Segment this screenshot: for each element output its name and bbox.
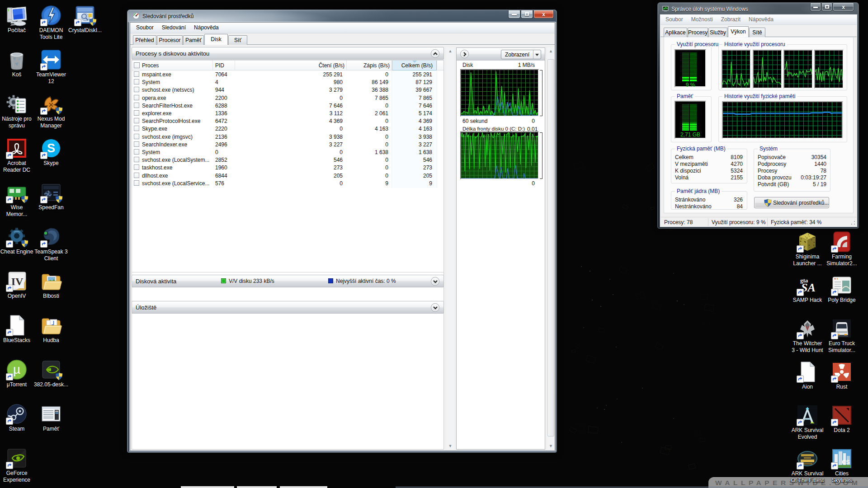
svg-text:µ: µ <box>13 362 20 376</box>
svg-text:CS: CS <box>842 459 850 465</box>
svg-text:S: S <box>47 141 55 155</box>
